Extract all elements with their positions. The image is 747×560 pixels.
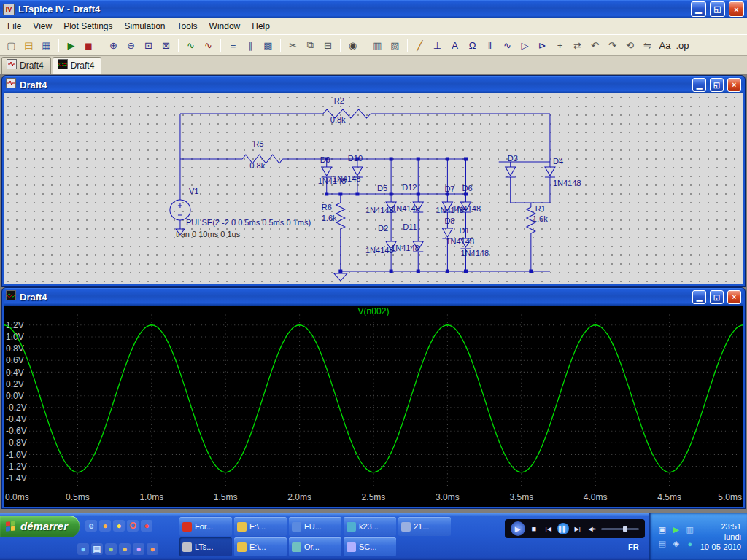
toolbar-icon-wire-icon[interactable]: ╱ (411, 37, 428, 53)
media-play-button[interactable]: ▶ (511, 521, 525, 536)
media-next-button[interactable]: ▶| (572, 523, 584, 534)
toolbar-icon-capacitor-icon[interactable]: ‖ (481, 37, 498, 53)
start-button[interactable]: démarrer (0, 516, 80, 537)
quicklaunch-mail-icon[interactable]: ● (113, 520, 125, 532)
toolbar-icon-redo-icon[interactable]: ↷ (604, 37, 621, 53)
tray-audio-icon[interactable]: ● (684, 538, 696, 550)
schematic-canvas[interactable]: R20.8kR50.8kV1PULSE(2 -2 0 0.5ms 0.5ms 0… (4, 93, 743, 284)
menu-window[interactable]: Window (204, 19, 247, 34)
tray-usb-icon[interactable]: ◈ (670, 538, 682, 550)
toolbar-icon-save-icon[interactable]: ▦ (38, 37, 55, 53)
toolbar-icon-drag-icon[interactable]: ⇄ (569, 37, 586, 53)
taskbar-button-sc[interactable]: SC... (344, 537, 396, 556)
schematic-window-title: Draft4 (20, 79, 689, 90)
toolbar-icon-rotate-icon[interactable]: ⟲ (622, 37, 638, 53)
x-axis-tick-label: 4.0ms (584, 491, 608, 502)
quicklaunch-media-icon[interactable]: ● (141, 520, 152, 532)
language-indicator[interactable]: FR (622, 540, 645, 554)
tray-display-icon[interactable]: ▤ (657, 538, 668, 550)
toolbar-icon-zoom-area-icon[interactable]: ⊡ (140, 37, 157, 53)
quicklaunch-browser-icon[interactable]: ● (99, 520, 111, 532)
toolbar-icon-zoom-out-icon[interactable]: ⊖ (123, 37, 139, 53)
schematic-minimize-button[interactable]: ▁ (692, 78, 706, 92)
quicklaunch-tool-icon[interactable]: ● (119, 543, 131, 555)
toolbar-icon-mirror-icon[interactable]: ⇋ (639, 37, 656, 53)
toolbar-icon-cut-icon[interactable]: ✂ (285, 37, 301, 53)
mdi-area: Draft4 ▁ ◱ × R20.8kR50.8kV1PULSE(2 -2 0 … (0, 74, 747, 513)
toolbar-icon-print-setup-icon[interactable]: ▨ (387, 37, 403, 53)
toolbar-icon-zoom-in-icon[interactable]: ⊕ (105, 37, 122, 53)
quicklaunch-messenger-icon[interactable]: ● (77, 543, 89, 555)
menu-help[interactable]: Help (246, 19, 276, 34)
menu-simulation[interactable]: Simulation (119, 19, 171, 34)
toolbar-icon-halt-icon[interactable]: ◼ (80, 37, 97, 53)
x-axis-tick-label: 2.5ms (362, 491, 386, 502)
taskbar-button-or[interactable]: Or... (289, 537, 341, 556)
media-volume-slider[interactable] (601, 528, 639, 530)
toolbar-icon-spice-directive-icon[interactable]: .op (674, 37, 691, 53)
schematic-restore-button[interactable]: ◱ (710, 78, 724, 92)
waveform-close-button[interactable]: × (727, 290, 741, 304)
waveform-minimize-button[interactable]: ▁ (692, 290, 706, 304)
tab-draft4-2[interactable]: Draft4 (53, 57, 102, 74)
minimize-button[interactable]: ▁ (691, 1, 706, 17)
toolbar-icon-zoom-full-extents-icon[interactable]: ⊠ (158, 37, 174, 53)
toolbar-icon-undo-icon[interactable]: ↶ (587, 37, 603, 53)
menu-view[interactable]: View (27, 19, 58, 34)
taskbar-button-fu[interactable]: FU... (289, 517, 341, 536)
toolbar-icon-copy-icon[interactable]: ⧉ (302, 37, 319, 53)
waveform-restore-button[interactable]: ◱ (710, 290, 724, 304)
quicklaunch-app-icon[interactable]: ● (147, 543, 158, 555)
plot-canvas[interactable]: 0.0ms0.5ms1.0ms1.5ms2.0ms2.5ms3.0ms3.5ms… (4, 306, 743, 507)
taskbar-button-f[interactable]: F:\... (234, 517, 287, 536)
media-volume-button[interactable]: ◀» (587, 523, 598, 534)
toolbar-icon-tile-horizontal-icon[interactable]: ≡ (225, 37, 241, 53)
toolbar-icon-component-icon[interactable]: ⊳ (534, 37, 551, 53)
toolbar-icon-new-schematic-icon[interactable]: ▢ (3, 37, 20, 53)
toolbar-icon-tile-vertical-icon[interactable]: ∥ (242, 37, 259, 53)
schematic-tab-icon (7, 59, 17, 71)
menu-tools[interactable]: Tools (171, 19, 204, 34)
close-button[interactable]: × (729, 1, 744, 17)
quicklaunch-chat-icon[interactable]: ● (133, 543, 144, 555)
toolbar-icon-text-icon[interactable]: Aa (657, 37, 673, 53)
toolbar-icon-resistor-icon[interactable]: Ω (464, 37, 481, 53)
quicklaunch-internet-explorer-icon[interactable]: e (85, 520, 97, 532)
toolbar-icon-find-icon[interactable]: ◉ (344, 37, 361, 53)
toolbar-icon-paste-icon[interactable]: ⊟ (320, 37, 336, 53)
toolbar-icon-autorange-y-axis-icon[interactable]: ∿ (182, 37, 199, 53)
x-axis-tick-label: 2.0ms (287, 491, 311, 502)
media-pause-button[interactable]: ▌▌ (557, 523, 569, 534)
tray-network-icon[interactable]: ▥ (684, 524, 696, 536)
tray-device-icon[interactable]: ▣ (657, 524, 668, 536)
media-previous-button[interactable]: |◀ (543, 523, 554, 534)
trace-label[interactable]: V(n002) (358, 306, 390, 316)
toolbar-icon-ground-icon[interactable]: ⊥ (429, 37, 446, 53)
media-stop-button[interactable]: ◼ (528, 523, 540, 534)
toolbar-icon-plot-settings-icon[interactable]: ∿ (200, 37, 217, 53)
quicklaunch-opera-icon[interactable]: O (127, 520, 139, 532)
menu-file[interactable]: File (1, 19, 27, 34)
menu-plot-settings[interactable]: Plot Settings (58, 19, 118, 34)
quicklaunch-player-icon[interactable]: ● (105, 543, 117, 555)
toolbar-icon-diode-icon[interactable]: ▷ (516, 37, 533, 53)
toolbar: ▢▤▦▶◼⊕⊖⊡⊠∿∿≡∥▩✂⧉⊟◉▥▨╱⊥AΩ‖∿▷⊳+⇄↶↷⟲⇋Aa.op (0, 34, 747, 56)
taskbar-button-lts[interactable]: LTs... (179, 537, 232, 556)
tab-draft4-1[interactable]: Draft4 (1, 57, 51, 74)
toolbar-icon-move-icon[interactable]: + (551, 37, 568, 53)
restore-button[interactable]: ◱ (710, 1, 725, 17)
toolbar-icon-open-icon[interactable]: ▤ (20, 37, 37, 53)
schematic-close-button[interactable]: × (727, 78, 741, 92)
toolbar-icon-print-icon[interactable]: ▥ (369, 37, 386, 53)
taskbar-button-e[interactable]: E:\... (234, 537, 287, 556)
quicklaunch-desktop-icon[interactable]: ▤ (91, 543, 103, 555)
taskbar-button-k23[interactable]: k23... (344, 517, 396, 536)
toolbar-icon-run-icon[interactable]: ▶ (63, 37, 80, 53)
taskbar-button-21[interactable]: 21... (398, 517, 451, 536)
toolbar-icon-net-label-icon[interactable]: A (446, 37, 463, 53)
tray-player-running-icon[interactable]: ▶ (670, 524, 682, 536)
toolbar-icon-inductor-icon[interactable]: ∿ (499, 37, 516, 53)
tray-clock[interactable]: 23:51 lundi 10-05-2010 (700, 521, 741, 552)
taskbar-button-for[interactable]: For... (179, 517, 232, 536)
toolbar-icon-cascade-windows-icon[interactable]: ▩ (260, 37, 276, 53)
